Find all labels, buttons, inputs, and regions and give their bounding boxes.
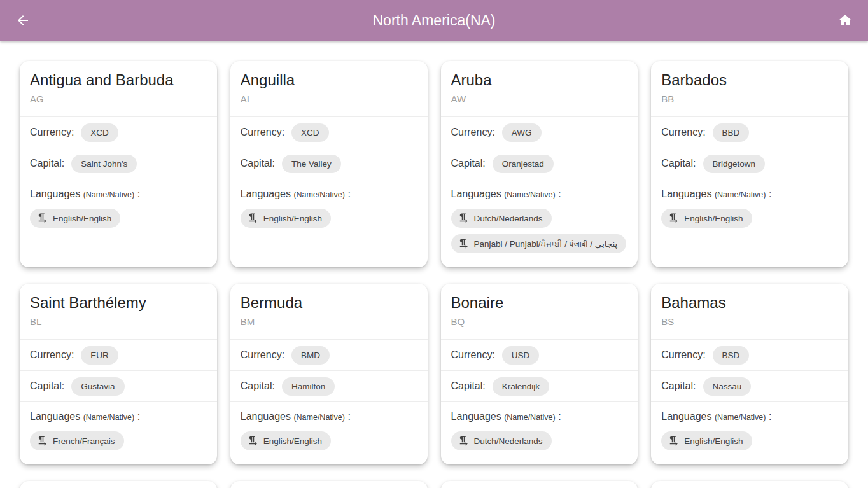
country-card-partial[interactable] [20, 481, 217, 488]
page-title: North America(NA) [373, 12, 496, 29]
languages-note: (Name/Native) [504, 190, 556, 199]
card-header: Bahamas BS [651, 284, 848, 339]
capital-row: Capital: Oranjestad [441, 148, 638, 179]
currency-chip: XCD [81, 123, 118, 142]
country-card-grid: Antigua and Barbuda AG Currency: XCD Cap… [0, 41, 868, 488]
currency-row: Currency: USD [441, 339, 638, 370]
language-chip-list: English/English [241, 431, 417, 450]
country-card[interactable]: Bonaire BQ Currency: USD Capital: Kralen… [441, 284, 638, 464]
currency-row: Currency: XCD [230, 116, 428, 148]
languages-label: Languages (Name/Native) : [30, 408, 207, 426]
capital-chip: Gustavia [71, 377, 124, 396]
language-chip: English/English [241, 209, 331, 228]
currency-row: Currency: BSD [651, 339, 848, 370]
country-card-partial[interactable] [230, 481, 428, 488]
arrow-back-icon [15, 13, 31, 28]
languages-label: Languages (Name/Native) : [661, 408, 838, 426]
capital-chip: Saint John's [71, 155, 137, 173]
language-chip: French/Français [30, 431, 124, 450]
country-name: Saint Barthélemy [30, 293, 207, 313]
language-chip-list: English/English [661, 431, 838, 450]
country-name: Bahamas [661, 293, 838, 313]
card-header: Antigua and Barbuda AG [20, 61, 217, 116]
country-card[interactable]: Antigua and Barbuda AG Currency: XCD Cap… [20, 61, 217, 267]
card-header: Barbados BB [651, 61, 848, 116]
country-card[interactable]: Bermuda BM Currency: BMD Capital: Hamilt… [230, 284, 428, 464]
country-code: BS [661, 315, 838, 329]
language-chip: English/English [241, 431, 331, 450]
languages-section: Languages (Name/Native) : English/Englis… [230, 401, 428, 464]
currency-label: Currency: [241, 349, 284, 361]
country-code: BL [30, 315, 207, 329]
currency-chip: BMD [291, 346, 330, 365]
currency-label: Currency: [661, 349, 705, 361]
country-code: AI [241, 92, 417, 106]
languages-note: (Name/Native) [504, 413, 556, 422]
languages-note: (Name/Native) [293, 413, 345, 422]
currency-chip: BBD [713, 123, 750, 142]
country-card[interactable]: Anguilla AI Currency: XCD Capital: The V… [230, 61, 428, 267]
capital-label: Capital: [30, 380, 64, 392]
languages-note: (Name/Native) [83, 413, 135, 422]
capital-row: Capital: Saint John's [20, 148, 217, 179]
country-card-partial[interactable] [441, 481, 638, 488]
back-button[interactable] [10, 8, 36, 33]
languages-note: (Name/Native) [715, 190, 766, 199]
currency-label: Currency: [661, 127, 705, 138]
card-header: Anguilla AI [230, 61, 428, 116]
language-chip-list: Dutch/Nederlands [451, 431, 628, 450]
card-header: Bermuda BM [230, 284, 428, 339]
format-textdirection-icon [668, 435, 679, 447]
capital-chip: Hamilton [282, 377, 335, 396]
country-name: Barbados [661, 70, 838, 90]
language-chip-label: English/English [684, 214, 743, 223]
country-code: AW [451, 92, 628, 106]
languages-note: (Name/Native) [293, 190, 345, 199]
capital-label: Capital: [661, 158, 696, 169]
language-chip-list: Dutch/NederlandsPanjabi / Punjabi/ਪੰਜਾਬੀ… [451, 209, 628, 253]
language-chip-label: Dutch/Nederlands [474, 214, 543, 223]
capital-row: Capital: Hamilton [230, 370, 428, 401]
country-name: Antigua and Barbuda [30, 70, 207, 90]
language-chip: English/English [661, 431, 752, 450]
format-textdirection-icon [247, 213, 258, 224]
language-chip: English/English [30, 209, 120, 228]
capital-row: Capital: Kralendijk [441, 370, 638, 401]
language-chip-label: Panjabi / Punjabi/ਪੰਜਾਬੀ / पंजाबी / پنجا… [474, 239, 618, 249]
capital-chip: Oranjestad [493, 155, 554, 173]
languages-label: Languages (Name/Native) : [241, 408, 417, 426]
country-name: Aruba [451, 70, 628, 90]
capital-label: Capital: [451, 158, 486, 169]
country-card[interactable]: Bahamas BS Currency: BSD Capital: Nassau… [651, 284, 848, 464]
languages-label: Languages (Name/Native) : [661, 186, 838, 203]
languages-label: Languages (Name/Native) : [30, 186, 207, 203]
country-card[interactable]: Aruba AW Currency: AWG Capital: Oranjest… [441, 61, 638, 267]
currency-row: Currency: BBD [651, 116, 848, 148]
card-header: Saint Barthélemy BL [20, 284, 217, 339]
languages-note: (Name/Native) [83, 190, 135, 199]
currency-label: Currency: [451, 349, 495, 361]
languages-label: Languages (Name/Native) : [241, 186, 417, 203]
currency-label: Currency: [451, 127, 495, 138]
currency-chip: EUR [81, 346, 118, 365]
country-card[interactable]: Saint Barthélemy BL Currency: EUR Capita… [20, 284, 217, 464]
languages-section: Languages (Name/Native) : French/Françai… [20, 401, 217, 464]
language-chip-list: French/Français [30, 431, 207, 450]
currency-chip: USD [502, 346, 540, 365]
languages-note: (Name/Native) [715, 413, 766, 422]
currency-row: Currency: XCD [20, 116, 217, 148]
country-card[interactable]: Barbados BB Currency: BBD Capital: Bridg… [651, 61, 848, 267]
languages-section: Languages (Name/Native) : English/Englis… [230, 179, 428, 267]
capital-row: Capital: Gustavia [20, 370, 217, 401]
country-code: BB [661, 92, 838, 106]
language-chip-label: English/English [263, 436, 322, 446]
country-card-partial[interactable] [651, 481, 848, 488]
language-chip: Dutch/Nederlands [451, 209, 552, 228]
capital-label: Capital: [241, 380, 275, 392]
capital-label: Capital: [661, 380, 696, 392]
languages-section: Languages (Name/Native) : Dutch/Nederlan… [441, 179, 638, 267]
country-name: Anguilla [241, 70, 417, 90]
home-button[interactable] [832, 8, 858, 33]
capital-chip: Kralendijk [493, 377, 549, 396]
currency-chip: AWG [502, 123, 542, 142]
